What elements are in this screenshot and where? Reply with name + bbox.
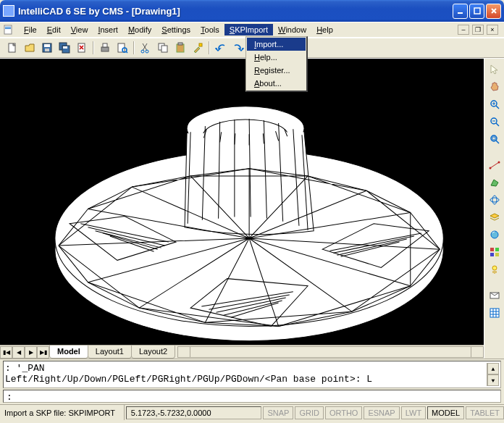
zoom-out-icon[interactable] [487,114,503,130]
wireframe-model [0,59,484,345]
open-button[interactable] [22,40,38,56]
render-icon[interactable] [487,227,503,243]
menu-file[interactable]: File [19,24,42,35]
mdi-close-button[interactable]: × [487,25,498,35]
toggle-lwt[interactable]: LWT [401,406,426,419]
svg-rect-32 [492,137,495,140]
menu-edit[interactable]: Edit [42,24,66,35]
toggle-ortho[interactable]: ORTHO [325,406,363,419]
document-icon [3,24,14,35]
svg-point-36 [492,196,497,204]
layers-icon[interactable] [487,209,503,225]
dropdown-register[interactable]: Register... [247,64,306,77]
close-doc-button[interactable] [74,40,90,56]
toggle-grid[interactable]: GRID [295,406,324,419]
materials-icon[interactable] [487,244,503,260]
undo-button[interactable] [213,40,229,56]
skpimport-dropdown: Import... Help... Register... About... [245,36,308,92]
svg-rect-41 [495,253,499,256]
svg-rect-11 [63,46,67,49]
menu-view[interactable]: View [66,24,93,35]
print-button[interactable] [97,40,113,56]
menu-window[interactable]: Window [273,24,311,35]
copy-button[interactable] [155,40,171,56]
close-button[interactable] [486,4,501,19]
mdi-minimize-button[interactable]: – [458,25,469,35]
tab-last-button[interactable]: ▶▮ [37,346,49,359]
tabbar: ▮◀ ◀ ▶ ▶▮ Model Layout1 Layout2 [0,345,484,359]
svg-rect-7 [44,44,50,47]
light-icon[interactable] [487,261,503,277]
toggle-snap[interactable]: SNAP [263,406,293,419]
maximize-button[interactable] [469,4,484,19]
area-icon[interactable] [487,175,503,190]
app-icon [3,5,14,17]
svg-point-42 [492,266,497,270]
menu-skpimport[interactable]: SKPImport [224,24,273,35]
match-prop-button[interactable] [190,40,206,56]
svg-rect-4 [5,28,11,29]
window-title: IntelliCAD 6 SE by CMS - [Drawing1] [18,6,453,17]
svg-point-31 [491,135,497,141]
tab-first-button[interactable]: ▮◀ [0,346,12,359]
tab-layout1[interactable]: Layout1 [88,345,132,359]
dropdown-import[interactable]: Import... [247,38,306,51]
new-button[interactable] [4,40,20,56]
workarea: ▮◀ ◀ ▶ ▶▮ Model Layout1 Layout2 [0,58,504,359]
cut-button[interactable] [138,40,154,56]
svg-rect-13 [101,47,109,51]
horizontal-scrollbar[interactable] [177,346,484,358]
distance-icon[interactable] [487,157,503,173]
titlebar: IntelliCAD 6 SE by CMS - [Drawing1] [0,0,504,22]
command-scrollbar[interactable]: ▲▼ [487,363,499,386]
right-toolbar [484,59,504,359]
zoom-in-icon[interactable] [487,96,503,112]
save-all-button[interactable] [56,40,72,56]
toggle-esnap[interactable]: ESNAP [364,406,399,419]
tab-model[interactable]: Model [49,345,88,359]
statusbar: Import a SKP file: SKPIMPORT 5.1723,-5.7… [0,404,504,420]
menu-tools[interactable]: Tools [196,24,224,35]
view-icon[interactable] [487,288,503,303]
drawing-canvas[interactable] [0,59,484,345]
svg-point-34 [497,162,500,164]
paste-button[interactable] [172,40,188,56]
menu-modify[interactable]: Modify [123,24,156,35]
svg-rect-20 [161,46,167,52]
command-input[interactable]: : [3,390,501,403]
tab-next-button[interactable]: ▶ [25,346,37,359]
tab-prev-button[interactable]: ◀ [12,346,25,359]
svg-rect-1 [474,8,480,14]
orbit-icon[interactable] [487,192,503,208]
minimize-button[interactable] [453,4,468,19]
cursor-icon[interactable] [487,62,503,78]
grid-icon[interactable] [487,305,503,321]
dropdown-help[interactable]: Help... [247,51,306,64]
svg-point-33 [489,167,491,169]
svg-rect-44 [490,309,499,317]
svg-rect-21 [177,44,184,52]
status-coords: 5.1723,-5.7232,0.0000 [126,406,262,419]
pan-icon[interactable] [487,79,503,95]
dropdown-about[interactable]: About... [247,77,306,90]
svg-point-35 [490,198,499,202]
print-preview-button[interactable] [114,40,130,56]
menu-insert[interactable]: Insert [93,24,123,35]
svg-rect-3 [5,27,11,28]
command-history[interactable]: : '_PAN Left/Right/Up/Down/PGLeft/PGRigh… [3,361,501,388]
svg-rect-8 [45,49,49,51]
svg-point-37 [491,231,498,238]
save-button[interactable] [39,40,55,56]
status-hint: Import a SKP file: SKPIMPORT [0,405,125,420]
menu-settings[interactable]: Settings [156,24,196,35]
toggle-tablet[interactable]: TABLET [466,406,504,419]
zoom-extents-icon[interactable] [487,131,503,147]
tab-layout2[interactable]: Layout2 [131,345,175,359]
mdi-restore-button[interactable]: ❐ [472,25,484,35]
toggle-model[interactable]: MODEL [427,406,464,419]
redo-button[interactable] [230,40,246,56]
menu-help[interactable]: Help [311,24,338,35]
svg-rect-39 [495,248,499,251]
svg-rect-0 [458,12,463,14]
svg-rect-14 [103,43,107,47]
